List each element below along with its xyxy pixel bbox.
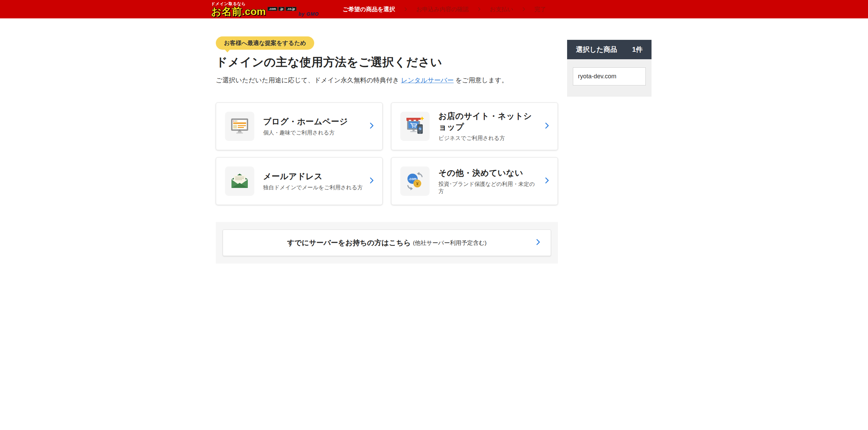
chevron-right-icon	[521, 7, 526, 12]
selected-products-count: 1件	[632, 45, 643, 54]
page-title: ドメインの主な使用方法をご選択ください	[216, 54, 558, 70]
card-title: その他・決めていない	[438, 168, 540, 178]
card-subtitle: 個人・趣味でご利用される方	[263, 129, 348, 137]
lead-after: をご用意します。	[454, 77, 508, 84]
card-mail-address[interactable]: メールアドレス 独自ドメインでメールをご利用される方	[216, 157, 383, 205]
usage-cards: ブログ・ホームページ 個人・趣味でご利用される方	[216, 102, 558, 205]
selected-products-header: 選択した商品 1件	[567, 40, 652, 59]
step-select-product: ご希望の商品を選択	[342, 5, 395, 13]
chevron-right-icon	[368, 177, 375, 186]
svg-text:¥: ¥	[416, 181, 419, 186]
selected-products-panel: 選択した商品 1件 ryota-dev.com	[567, 40, 652, 97]
server-bar-title: すでにサーバーをお持ちの方はこちら	[287, 238, 411, 248]
chevron-right-icon	[543, 122, 551, 131]
checkout-steps: ご希望の商品を選択 お申込み内容の確認 お支払い 完了	[342, 5, 546, 13]
logo-tagline: ドメイン取るなら	[211, 2, 319, 6]
main-content: お客様へ最適な提案をするため ドメインの主な使用方法をご選択ください ご選択いた…	[216, 18, 558, 264]
chevron-right-icon	[477, 7, 482, 12]
rental-server-link[interactable]: レンタルサーバー	[401, 77, 454, 84]
shop-storefront-icon	[400, 112, 430, 141]
card-blog-homepage[interactable]: ブログ・ホームページ 個人・趣味でご利用される方	[216, 102, 383, 150]
envelope-icon	[225, 166, 254, 196]
lead-text: ご選択いただいた用途に応じて、ドメイン永久無料の特典付き レンタルサーバー をご…	[216, 76, 558, 85]
lead-before: ご選択いただいた用途に応じて、ドメイン永久無料の特典付き	[216, 77, 401, 84]
step-complete: 完了	[534, 5, 546, 13]
card-title: ブログ・ホームページ	[263, 116, 348, 127]
monitor-browser-icon	[225, 112, 254, 141]
selected-products-title: 選択した商品	[576, 45, 617, 54]
server-bar-note: (他社サーバー利用予定含む)	[413, 239, 487, 247]
chevron-right-icon	[534, 238, 542, 247]
chevron-right-icon	[543, 177, 551, 186]
server-bar-container: すでにサーバーをお持ちの方はこちら (他社サーバー利用予定含む)	[216, 222, 558, 264]
chevron-right-icon	[403, 7, 408, 12]
card-other-undecided[interactable]: .com ¥ その他・決めていない 投資･ブランド保護などの利用・未定の方	[391, 157, 558, 205]
onamae-logo[interactable]: ドメイン取るなら お名前.com .com .jp .co.jp by GMO	[211, 2, 319, 17]
selected-products-body: ryota-dev.com	[567, 59, 652, 97]
card-subtitle: 独自ドメインでメールをご利用される方	[263, 184, 363, 191]
card-subtitle: 投資･ブランド保護などの利用・未定の方	[438, 181, 540, 195]
card-shop-netshop[interactable]: お店のサイト・ネットショップ ビジネスでご利用される方	[391, 102, 558, 150]
gmo-logo: by GMO	[299, 12, 319, 16]
hint-badge: お客様へ最適な提案をするため	[216, 36, 314, 50]
logo-brand-text: お名前.com	[211, 6, 266, 17]
card-title: メールアドレス	[263, 171, 363, 182]
domain-exchange-icon: .com ¥	[400, 166, 430, 196]
already-have-server-button[interactable]: すでにサーバーをお持ちの方はこちら (他社サーバー利用予定含む)	[223, 229, 551, 256]
tld-badge-jp: .jp	[278, 7, 285, 11]
tld-badge-cojp: .co.jp	[286, 7, 296, 11]
site-header: ドメイン取るなら お名前.com .com .jp .co.jp by GMO …	[0, 0, 868, 18]
selected-domain-item: ryota-dev.com	[573, 67, 646, 85]
step-confirm: お申込み内容の確認	[416, 5, 469, 13]
card-title: お店のサイト・ネットショップ	[438, 111, 540, 132]
tld-badge-com: .com	[268, 7, 277, 11]
card-subtitle: ビジネスでご利用される方	[438, 135, 540, 142]
step-payment: お支払い	[490, 5, 513, 13]
chevron-right-icon	[368, 122, 375, 131]
logo-tld-badges: .com .jp .co.jp	[268, 7, 296, 11]
